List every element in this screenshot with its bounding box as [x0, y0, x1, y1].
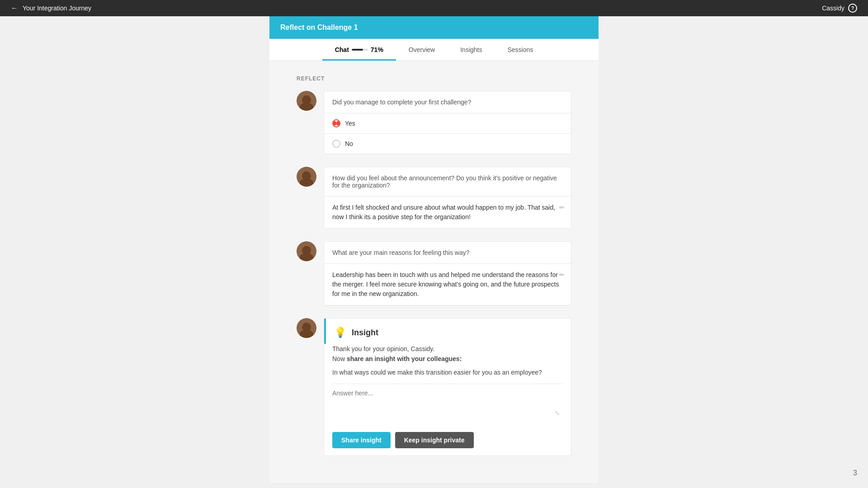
- progress-bar: [352, 49, 368, 51]
- progress-bar-fill: [352, 49, 363, 51]
- avatar-3: [297, 241, 316, 261]
- avatar-1: [297, 91, 316, 111]
- insight-answer-input[interactable]: [332, 389, 563, 417]
- main-wrapper: Reflect on Challenge 1 Chat 71% Overview…: [0, 16, 868, 483]
- chat-row-3: What are your main reasons for feeling t…: [297, 241, 571, 305]
- help-icon[interactable]: ?: [848, 4, 857, 13]
- tab-overview[interactable]: Overview: [396, 39, 448, 61]
- tab-insights[interactable]: Insights: [448, 39, 495, 61]
- message-answer-text-3: Leadership has been in touch with us and…: [332, 271, 559, 297]
- message-bubble-2: How did you feel about the announcement?…: [324, 167, 571, 229]
- message-answer-3: Leadership has been in touch with us and…: [324, 264, 571, 305]
- message-answer-text-2: At first I felt shocked and unsure about…: [332, 204, 555, 221]
- insight-divider: [332, 384, 563, 384]
- avatar-face-1: [297, 91, 316, 111]
- radio-circle-no: [332, 140, 340, 148]
- back-arrow-icon[interactable]: ←: [11, 4, 18, 12]
- section-label: REFLECT: [297, 75, 571, 82]
- radio-circle-yes: [332, 119, 340, 127]
- radio-option-no[interactable]: No: [324, 134, 571, 154]
- message-question-1: Did you manage to complete your first ch…: [324, 91, 571, 113]
- tab-chat[interactable]: Chat 71%: [322, 39, 396, 61]
- message-question-3: What are your main reasons for feeling t…: [324, 242, 571, 264]
- content-container: Reflect on Challenge 1 Chat 71% Overview…: [269, 16, 599, 483]
- tab-chat-label: Chat: [335, 46, 349, 53]
- chat-area: REFLECT Did you manage to complete your …: [269, 61, 599, 483]
- insight-actions: Share insight Keep insight private: [324, 427, 571, 455]
- topbar-title: Your Integration Journey: [23, 5, 91, 12]
- keep-private-button[interactable]: Keep insight private: [395, 432, 474, 448]
- avatar-2: [297, 167, 316, 187]
- tab-chat-percent: 71%: [371, 46, 383, 53]
- lightbulb-icon: 💡: [334, 327, 346, 338]
- edit-icon-3[interactable]: ✏: [559, 270, 565, 280]
- chat-row-1: Did you manage to complete your first ch…: [297, 91, 571, 154]
- insight-intro: Thank you for your opinion, Cassidy.: [332, 345, 434, 352]
- tab-sessions[interactable]: Sessions: [495, 39, 546, 61]
- insight-cta-bold: share an insight with your colleagues:: [347, 355, 462, 362]
- share-insight-button[interactable]: Share insight: [332, 432, 391, 448]
- page-number: 3: [853, 469, 857, 477]
- insight-header: 💡 Insight: [324, 319, 571, 344]
- topbar-left: ← Your Integration Journey: [11, 4, 91, 12]
- tab-overview-label: Overview: [409, 46, 435, 53]
- resize-icon: ⤡: [555, 409, 560, 417]
- radio-label-yes: Yes: [345, 120, 355, 127]
- radio-label-no: No: [345, 140, 353, 147]
- challenge-banner: Reflect on Challenge 1: [269, 16, 599, 39]
- edit-icon-2[interactable]: ✏: [559, 203, 565, 212]
- topbar-right: Cassidy ?: [822, 4, 857, 13]
- tab-chat-progress: Chat 71%: [335, 46, 383, 53]
- tab-sessions-label: Sessions: [507, 46, 533, 53]
- insight-intro-text: Thank you for your opinion, Cassidy. Now…: [332, 344, 563, 364]
- insight-cta-prefix: Now: [332, 355, 347, 362]
- message-question-2: How did you feel about the announcement?…: [324, 167, 571, 197]
- avatar-face-insight: [297, 318, 316, 338]
- insight-title: Insight: [352, 328, 378, 338]
- avatar-insight: [297, 318, 316, 338]
- message-answer-2: At first I felt shocked and unsure about…: [324, 197, 571, 228]
- avatar-face-3: [297, 241, 316, 261]
- message-bubble-3: What are your main reasons for feeling t…: [324, 241, 571, 305]
- chat-row-insight: 💡 Insight Thank you for your opinion, Ca…: [297, 318, 571, 456]
- topbar: ← Your Integration Journey Cassidy ?: [0, 0, 868, 16]
- message-bubble-1: Did you manage to complete your first ch…: [324, 91, 571, 154]
- textarea-wrapper: ⤡: [332, 389, 563, 419]
- radio-option-yes[interactable]: Yes: [324, 113, 571, 134]
- topbar-username: Cassidy: [822, 5, 844, 12]
- radio-dot-yes: [333, 121, 336, 126]
- insight-body: Thank you for your opinion, Cassidy. Now…: [324, 344, 571, 427]
- chat-row-2: How did you feel about the announcement?…: [297, 167, 571, 229]
- insight-question: In what ways could we make this transiti…: [332, 368, 563, 377]
- insight-card: 💡 Insight Thank you for your opinion, Ca…: [324, 318, 571, 456]
- challenge-title: Reflect on Challenge 1: [280, 23, 358, 31]
- avatar-face-2: [297, 167, 316, 187]
- tab-insights-label: Insights: [460, 46, 482, 53]
- tab-bar: Chat 71% Overview Insights Sessions: [269, 39, 599, 61]
